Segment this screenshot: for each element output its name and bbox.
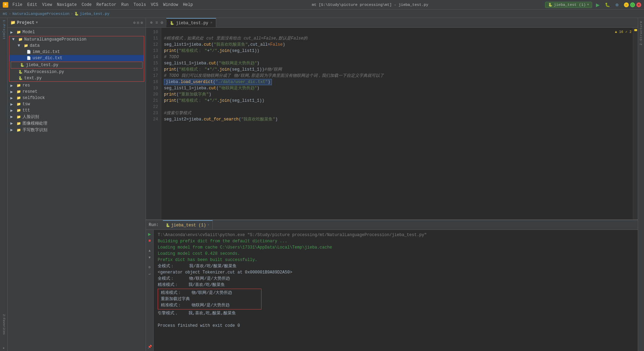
run-stop-icon[interactable]: ■ [147,238,153,244]
run-output: T:\Anaconda\envs\cv5aiit\python.exe "S:/… [154,230,638,351]
run-output-line-13: Process finished with exit code 0 [158,323,634,329]
run-tab-jieba[interactable]: 🐍 jieba_test (1) × [163,220,213,230]
project-settings-icon[interactable]: ⚙ [133,20,136,25]
tree-item-imm-dic[interactable]: 📄 imm_dic.txt [9,49,144,55]
run-wrap-icon[interactable]: ↩ [147,271,153,277]
tree-item-text[interactable]: 🐍 text.py [9,75,144,81]
run-play-icon[interactable]: ▶ [147,231,153,237]
tree-label-max: MaxProcession.py [24,70,64,74]
tree-label-imm-dic: imm_dic.txt [33,50,60,54]
settings-icon[interactable]: ⚙ [160,20,163,25]
tree-item-resnet[interactable]: ▶ 📁 resnet [8,89,146,95]
run-settings-icon[interactable]: ⚙ [147,264,153,270]
right-scrollbar-indicator[interactable] [633,28,638,219]
code-line-11: #精准模式，如果此处 cut 里面没有给出 cut_all=False,默认是F… [164,35,630,42]
breadcrumb-mt[interactable]: mt [3,12,7,16]
menu-tools[interactable]: Tools [131,2,148,8]
project-gear-icon[interactable]: ⚙ [140,20,143,25]
folder-icon-model: 📁 [16,29,21,35]
run-scroll-up-icon[interactable]: ▲ [147,248,153,253]
tree-item-max[interactable]: 🐍 MaxProcession.py [9,69,144,75]
app-icon: M [3,2,8,8]
menu-vcs[interactable]: VCS [149,2,160,8]
debug-button[interactable]: 🐛 [603,1,611,9]
tree-label-model: Model [22,30,35,35]
run-output-line-10: 精准模式： 物联网/是/大势所趋 [161,302,258,308]
run-tabs: Run: 🐍 jieba_test (1) × [146,220,638,230]
breadcrumb-nlp[interactable]: NaturalLanguageProcession [12,12,70,16]
project-title: Project [17,20,34,25]
menu-view[interactable]: View [40,2,54,8]
run-config-selector[interactable]: 🐍 jieba_test (1) ▼ [545,2,592,8]
menu-window[interactable]: Window [161,2,180,8]
tree-item-image[interactable]: ▶ 📁 图像模糊处理 [8,120,146,127]
z-structure-panel[interactable]: Z-Structure [639,19,644,46]
run-command-line: T:\Anaconda\envs\cv5aiit\python.exe "S:/… [158,232,634,238]
run-pin-icon[interactable]: 📌 [147,344,153,350]
menu-edit[interactable]: Edit [25,2,39,8]
project-collapse-icon[interactable]: ⊟ [137,20,139,25]
tree-item-model[interactable]: ▶ 📁 Model [8,29,146,35]
code-line-23: #搜索引擎模式 [164,110,630,116]
sidebar-project-icon[interactable]: 1:Project [1,19,7,40]
sidebar-favorites-icon[interactable]: 2:Favorites [1,312,7,336]
run-output-line-9: 重新加载过字典 [161,296,258,302]
code-line-21: print("精准模式： "+"/".join(seg_list1_1)) [164,98,630,104]
run-scroll-down-icon[interactable]: ▼ [147,255,153,260]
close-button[interactable]: × [636,2,641,7]
tree-item-ttt[interactable]: ▶ 📁 ttt [8,107,146,114]
warning-indicator: ▲ 16 ✓ 2 [615,29,632,35]
code-content[interactable]: ▲ 16 ✓ 2 #精准模式，如果此处 cut 里面没有给出 cut_all=F… [161,28,633,219]
window-controls: − □ × [624,2,641,7]
project-folder-icon: 📁 [10,20,16,25]
run-button[interactable]: ▶ [594,1,602,9]
breadcrumb-file[interactable]: 🐍 jieba_test.py [74,12,109,16]
tab-close-icon[interactable]: × [210,21,212,25]
code-editor[interactable]: 10 11 12 13 14 15 16 17 18 19 20 21 22 2… [146,28,638,219]
file-icon-jieba-test: 🐍 [19,62,25,68]
run-config-label: jieba_test (1) [554,3,586,7]
tree-item-jieba-test[interactable]: 🐍 jieba_test.py [11,62,142,68]
menu-navigate[interactable]: Navigate [55,2,79,8]
tab-label: jieba_test.py [176,21,209,26]
run-output-boxed: 精准模式： 物/联网/是/大势所趋 重新加载过字典 精准模式： 物联网/是/大势… [158,289,261,309]
tree-item-tsw[interactable]: ▶ 📁 tsw [8,101,146,107]
run-tab-close[interactable]: × [208,223,210,227]
code-line-14: # TODO [164,54,630,60]
run-output-line-0: Building prefix dict from the default di… [158,238,634,244]
code-line-16: print("精准模式： "+"/".join(seg_list1_1)) #物… [164,66,630,73]
sidebar-star-icon[interactable]: ★ [1,345,7,351]
coverage-button[interactable]: ⊕ [613,1,621,9]
run-controls: 🐍 jieba_test (1) ▼ ▶ 🐛 ⊕ [545,1,621,9]
tree-label-jieba-test: jieba_test.py [26,63,58,68]
run-config-chevron: ▼ [587,3,589,7]
run-tab-py-icon: 🐍 [166,223,170,227]
minimize-button[interactable]: − [624,2,629,7]
tree-item-user-dic[interactable]: 📄 user_dic.txt [9,55,144,61]
line-numbers: 10 11 12 13 14 15 16 17 18 19 20 21 22 2… [146,28,161,219]
folder-icon-face: 📁 [16,114,21,120]
menu-run[interactable]: Run [119,2,131,8]
folder-icon-image: 📁 [16,121,21,126]
run-config-icon: 🐍 [548,3,552,7]
run-panel: Run: 🐍 jieba_test (1) × ▶ ■ ▲ ▼ [146,219,638,351]
menu-file[interactable]: File [10,2,25,8]
run-output-line-1: Loading model from cache C:\Users\17331\… [158,244,634,251]
menu-code[interactable]: Code [80,2,94,8]
tree-item-res[interactable]: ▶ 📁 res [8,82,146,89]
sidebar-icon-strip: 1:Project 2:Favorites ★ [0,18,8,351]
tree-item-selfblock[interactable]: ▶ 📁 selfblock [8,95,146,101]
scope-icon[interactable]: ⊕ [150,20,153,25]
maximize-button[interactable]: □ [630,2,635,7]
tree-item-data[interactable]: ▼ 📁 data [9,43,144,49]
tab-jieba-test[interactable]: 🐍 jieba_test.py × [166,18,217,27]
menu-refactor[interactable]: Refactor [94,2,119,8]
structure-icon[interactable]: ≡ [155,20,158,25]
tree-label-image: 图像模糊处理 [22,120,47,126]
code-line-18: jieba.load_userdict("./data/user_dic.txt… [164,79,272,85]
menu-help[interactable]: Help [181,2,195,8]
tree-item-nlp[interactable]: ▼ 📁 NaturalLanguageProcession [9,36,144,43]
breadcrumb: mt › NaturalLanguageProcession › 🐍 jieba… [0,10,644,18]
tree-item-face[interactable]: ▶ 📁 人脸识别 [8,114,146,120]
tree-item-handwriting[interactable]: ▶ 📁 手写数字识别 [8,127,146,133]
